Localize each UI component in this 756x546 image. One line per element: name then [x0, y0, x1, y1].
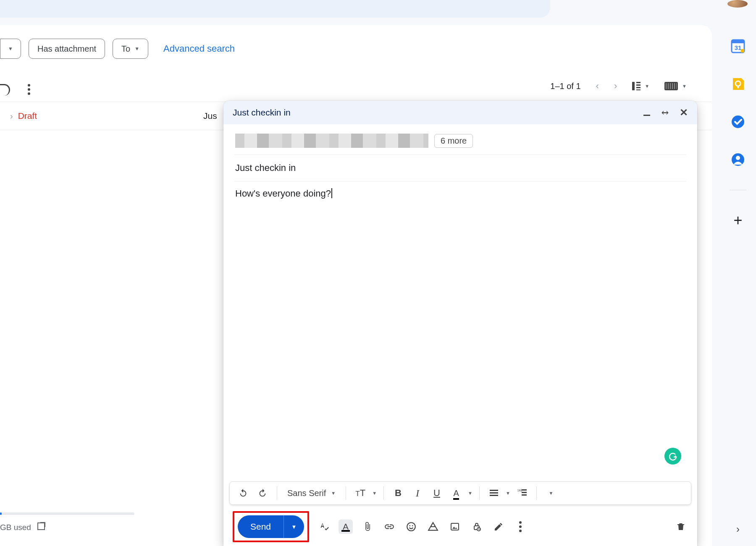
send-button[interactable]: Send [238, 515, 284, 538]
calendar-icon[interactable]: 31 [730, 39, 746, 54]
text-color-button[interactable]: A [339, 520, 353, 534]
text-color-button[interactable]: A [449, 486, 464, 501]
chevron-down-icon: ▼ [682, 84, 687, 89]
chevron-down-icon: ▼ [291, 524, 297, 530]
confidential-mode-icon[interactable] [470, 520, 484, 534]
redo-icon[interactable] [255, 486, 270, 501]
insert-emoji-icon[interactable] [404, 520, 418, 534]
side-panel-divider [730, 190, 746, 190]
thread-draft-label: Draft [18, 111, 37, 121]
text-cursor [331, 188, 332, 198]
minimize-icon[interactable] [643, 108, 651, 117]
numbered-list-button[interactable] [514, 486, 530, 501]
svg-point-2 [412, 525, 413, 526]
more-formatting-button[interactable]: ▼ [543, 486, 559, 501]
svg-point-1 [409, 525, 410, 526]
chevron-down-icon: ▼ [372, 491, 377, 496]
storage-footer: GB used [0, 512, 134, 532]
attach-file-icon[interactable] [360, 520, 375, 534]
subject-field[interactable]: Just checkin in [235, 155, 685, 181]
insert-photo-icon[interactable] [448, 520, 462, 534]
filter-chips-row: ▼ Has attachment To ▼ Advanced search [0, 39, 235, 59]
insert-signature-icon[interactable] [491, 520, 506, 534]
compose-header[interactable]: Just checkin in ⤢ ✕ [223, 101, 697, 124]
svg-point-0 [407, 522, 415, 531]
contacts-icon[interactable] [730, 152, 746, 167]
compose-window: Just checkin in ⤢ ✕ 6 more Just checkin … [223, 101, 697, 546]
tasks-icon[interactable] [730, 114, 746, 129]
chevron-down-icon: ▼ [134, 46, 139, 52]
svg-point-14 [736, 156, 740, 160]
recipients-row[interactable]: 6 more [235, 129, 685, 155]
svg-rect-7 [732, 40, 744, 43]
separator [346, 486, 346, 500]
font-family-select[interactable]: Sans Serif ▼ [284, 488, 339, 498]
side-panel: 31 + › [720, 25, 756, 546]
compose-actions-row: Send ▼ A [223, 510, 697, 546]
formatting-toolbar: Sans Serif ▼ TT ▼ B I U A ▼ ▼ ▼ [229, 481, 691, 505]
insert-link-icon[interactable] [382, 520, 396, 534]
pager-next-icon[interactable]: › [614, 81, 617, 92]
underline-button[interactable]: U [429, 486, 444, 501]
refresh-icon[interactable] [0, 84, 10, 96]
bold-button[interactable]: B [391, 486, 406, 501]
filter-to-label: To [121, 44, 130, 54]
filter-to[interactable]: To ▼ [113, 39, 148, 59]
discard-draft-icon[interactable] [674, 520, 688, 534]
expand-icon[interactable]: ⤢ [659, 107, 671, 118]
split-pane-toggle[interactable]: ▼ [632, 82, 649, 90]
send-button-group: Send ▼ [238, 515, 304, 538]
separator [277, 486, 277, 500]
spellcheck-icon[interactable] [317, 520, 331, 534]
svg-rect-9 [741, 49, 744, 52]
svg-text:31: 31 [735, 44, 742, 51]
subject-text: Just checkin in [235, 163, 296, 173]
body-text: How's everyone doing? [235, 188, 331, 199]
keyboard-icon [664, 82, 678, 90]
add-addon-icon[interactable]: + [733, 213, 742, 228]
insert-drive-icon[interactable] [426, 520, 440, 534]
send-button-highlight: Send ▼ [233, 511, 309, 542]
svg-rect-11 [737, 87, 739, 88]
filter-from-dropdown[interactable]: ▼ [0, 39, 21, 59]
collapse-panel-icon[interactable]: › [736, 523, 740, 535]
pager-count: 1–1 of 1 [550, 81, 580, 91]
compose-body: 6 more Just checkin in How's everyone do… [223, 124, 697, 479]
italic-button[interactable]: I [410, 486, 425, 501]
chevron-down-icon: ▼ [468, 491, 472, 496]
compose-window-buttons: ⤢ ✕ [643, 108, 688, 117]
body-field[interactable]: How's everyone doing? [235, 181, 685, 474]
chevron-down-icon: ▼ [506, 491, 510, 496]
undo-icon[interactable] [236, 486, 251, 501]
chevron-down-icon: ▼ [8, 46, 13, 52]
more-options-icon[interactable] [513, 520, 528, 534]
advanced-search-link[interactable]: Advanced search [163, 43, 235, 54]
keep-icon[interactable] [730, 76, 746, 92]
filter-has-attachment[interactable]: Has attachment [29, 39, 105, 59]
external-link-icon[interactable] [37, 522, 45, 530]
input-tools-toggle[interactable]: ▼ [664, 82, 687, 90]
list-toolbar: 1–1 of 1 ‹ › ▼ ▼ [0, 76, 712, 102]
more-actions-icon[interactable] [28, 84, 30, 95]
svg-rect-3 [451, 523, 459, 530]
grammarly-icon[interactable] [664, 448, 681, 465]
send-options-dropdown[interactable]: ▼ [284, 515, 304, 538]
recipients-more-chip[interactable]: 6 more [434, 134, 473, 148]
split-pane-icon [632, 82, 640, 90]
chevron-down-icon: ▼ [645, 84, 649, 89]
pager-prev-icon[interactable]: ‹ [596, 81, 599, 92]
recipients-redacted [235, 134, 428, 148]
separator [536, 486, 537, 500]
align-button[interactable] [486, 486, 501, 501]
storage-used-text: GB used [0, 523, 31, 532]
separator [479, 486, 480, 500]
compose-title: Just checkin in [233, 108, 291, 118]
chevron-down-icon: ▼ [331, 491, 336, 496]
separator [383, 486, 384, 500]
font-family-label: Sans Serif [287, 488, 326, 498]
font-size-select[interactable]: TT [353, 486, 368, 501]
storage-bar [0, 512, 134, 515]
filter-has-attachment-label: Has attachment [37, 44, 96, 54]
close-icon[interactable]: ✕ [680, 108, 688, 117]
account-avatar[interactable] [727, 0, 748, 8]
